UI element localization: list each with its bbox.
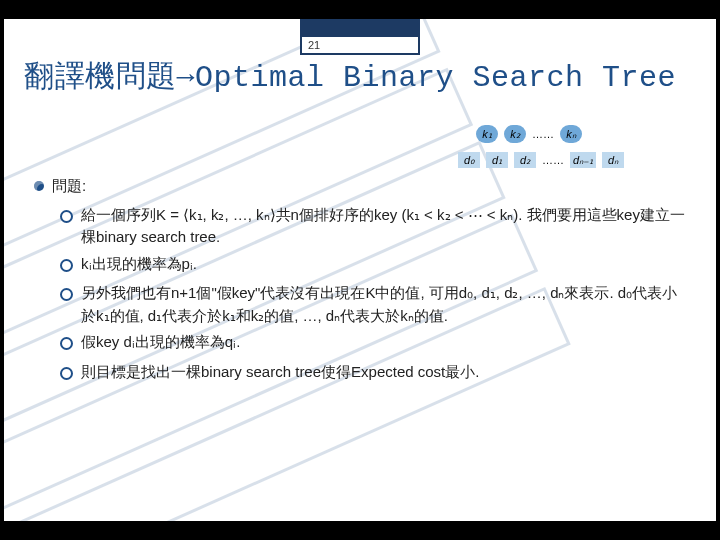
bullet-level2: 另外我們也有n+1個"假key"代表沒有出現在K中的值, 可用d₀, d₁, d…	[60, 282, 690, 327]
key-node: k₁	[476, 125, 498, 143]
bullet-text: 另外我們也有n+1個"假key"代表沒有出現在K中的值, 可用d₀, d₁, d…	[81, 282, 690, 327]
dummy-node: dₙ	[602, 152, 624, 168]
bullet-icon	[60, 331, 73, 357]
dummy-node: d₂	[514, 152, 536, 168]
dummy-node: d₁	[486, 152, 508, 168]
ellipsis: ……	[542, 154, 564, 166]
bullet-level2: 假key dᵢ出現的機率為qᵢ.	[60, 331, 690, 357]
dummy-node: dₙ₋₁	[570, 152, 596, 168]
bullet-icon	[34, 175, 44, 198]
page-number-box: 21	[300, 19, 420, 55]
bullet-text: kᵢ出現的機率為pᵢ.	[81, 253, 197, 279]
bullet-level2: kᵢ出現的機率為pᵢ.	[60, 253, 690, 279]
slide-title: 翻譯機問題→Optimal Binary Search Tree	[24, 61, 704, 96]
bullet-level2: 給一個序列K = ⟨k₁, k₂, …, kₙ⟩共n個排好序的key (k₁ <…	[60, 204, 690, 249]
bullet-level1: 問題:	[34, 175, 690, 198]
dummy-node: d₀	[458, 152, 480, 168]
bullet-text: 假key dᵢ出現的機率為qᵢ.	[81, 331, 240, 357]
bullet-level2: 則目標是找出一棵binary search tree使得Expected cos…	[60, 361, 690, 387]
bullet-icon	[60, 204, 73, 249]
diagram-leaf-row: d₀ d₁ d₂ …… dₙ₋₁ dₙ	[458, 149, 688, 171]
ellipsis: ……	[532, 128, 554, 140]
key-node: k₂	[504, 125, 526, 143]
key-node: kₙ	[560, 125, 582, 143]
bullet-icon	[60, 253, 73, 279]
slide: 21 翻譯機問題→Optimal Binary Search Tree k₁ k…	[4, 19, 716, 521]
obst-key-diagram: k₁ k₂ …… kₙ d₀ d₁ d₂ …… dₙ₋₁ dₙ	[458, 123, 688, 171]
bullet-text: 給一個序列K = ⟨k₁, k₂, …, kₙ⟩共n個排好序的key (k₁ <…	[81, 204, 690, 249]
bullet-text: 則目標是找出一棵binary search tree使得Expected cos…	[81, 361, 479, 387]
bullet-heading: 問題:	[52, 175, 86, 198]
diagram-internal-row: k₁ k₂ …… kₙ	[458, 123, 688, 145]
bullet-icon	[60, 361, 73, 387]
page-number: 21	[308, 39, 320, 51]
slide-body: 問題: 給一個序列K = ⟨k₁, k₂, …, kₙ⟩共n個排好序的key (…	[34, 175, 690, 390]
bullet-icon	[60, 282, 73, 327]
